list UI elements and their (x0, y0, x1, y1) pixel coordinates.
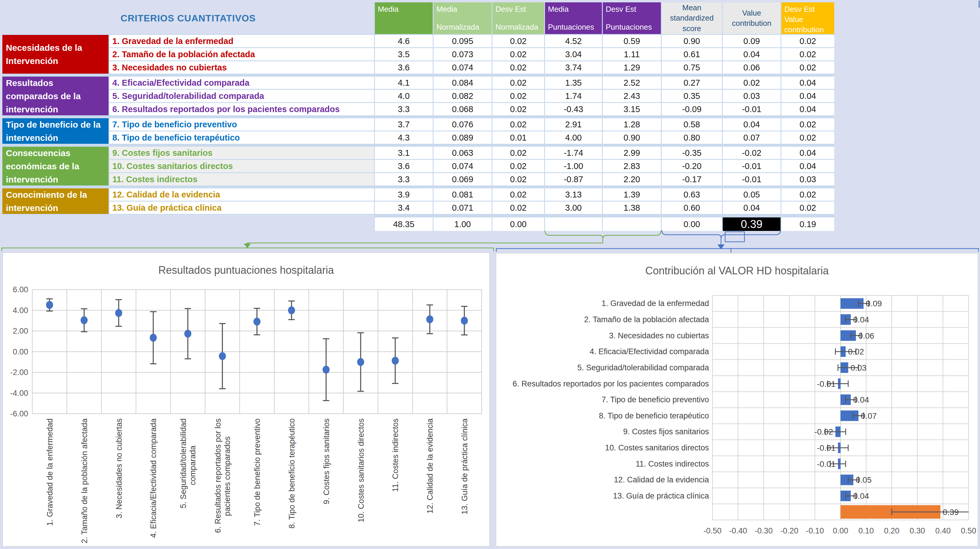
total-cell[interactable]: 0.19 (781, 217, 834, 231)
total-cell[interactable]: 0.00 (662, 217, 722, 231)
value-cell[interactable]: 1.35 (545, 76, 602, 89)
value-cell[interactable]: 0.02 (493, 147, 544, 159)
value-cell[interactable]: 4.00 (545, 132, 602, 144)
value-cell[interactable]: 3.6 (375, 61, 433, 74)
value-cell[interactable]: -0.35 (662, 147, 722, 159)
criterion-cell[interactable]: 4. Eficacia/Efectividad comparada (110, 76, 374, 89)
value-cell[interactable]: 0.04 (781, 147, 834, 159)
value-cell[interactable]: 4.6 (375, 35, 433, 47)
value-cell[interactable]: 0.58 (662, 118, 722, 130)
value-cell[interactable]: 0.27 (662, 76, 722, 89)
category-cell-3[interactable]: Tipo de beneficio de la intervención (2, 118, 108, 144)
value-cell[interactable]: 2.20 (603, 173, 661, 185)
value-cell[interactable]: 0.63 (662, 188, 722, 201)
value-cell[interactable]: 0.90 (662, 35, 722, 47)
value-cell[interactable]: 0.068 (434, 103, 492, 115)
column-header[interactable]: MediaNormalizada (434, 2, 492, 34)
value-cell[interactable]: 0.80 (662, 132, 722, 144)
value-cell[interactable]: 0.06 (723, 61, 781, 74)
value-cell[interactable]: 0.04 (723, 118, 781, 130)
category-cell-2[interactable]: Resultados comparados de la intervención (2, 76, 108, 115)
criterion-cell[interactable]: 9. Costes fijos sanitarios (110, 147, 374, 159)
value-cell[interactable]: -0.20 (662, 160, 722, 172)
value-cell[interactable]: 0.074 (434, 61, 492, 74)
value-cell[interactable]: 0.063 (434, 147, 492, 159)
value-cell[interactable]: 0.59 (603, 35, 661, 47)
value-cell[interactable]: -0.01 (723, 103, 781, 115)
value-cell[interactable]: 1.38 (603, 202, 661, 214)
value-cell[interactable]: 0.04 (723, 202, 781, 214)
value-cell[interactable]: 0.02 (781, 188, 834, 201)
value-cell[interactable]: 0.02 (493, 103, 544, 115)
value-cell[interactable]: -0.01 (723, 160, 781, 172)
column-header[interactable]: Desv EstValuecontribution (781, 2, 834, 34)
column-header[interactable]: Desv EstPuntuaciones (603, 2, 661, 34)
value-cell[interactable]: 0.02 (493, 90, 544, 102)
value-cell[interactable]: 0.04 (781, 160, 834, 172)
value-cell[interactable]: 0.02 (493, 118, 544, 130)
total-cell[interactable] (545, 217, 602, 231)
category-cell-5[interactable]: Conocimiento de la intervención (2, 188, 108, 214)
value-cell[interactable]: 0.071 (434, 202, 492, 214)
value-cell[interactable]: 1.11 (603, 48, 661, 60)
value-cell[interactable]: 2.52 (603, 76, 661, 89)
value-cell[interactable]: 0.02 (493, 160, 544, 172)
value-cell[interactable]: 0.02 (493, 188, 544, 201)
value-cell[interactable]: -0.87 (545, 173, 602, 185)
criterion-cell[interactable]: 3. Necesidades no cubiertas (110, 61, 374, 74)
criterion-cell[interactable]: 6. Resultados reportados por los pacient… (110, 103, 374, 115)
column-header[interactable]: Desv EstNormalizada (493, 2, 544, 34)
column-header[interactable]: MediaPuntuaciones (545, 2, 602, 34)
value-cell[interactable]: -0.43 (545, 103, 602, 115)
value-cell[interactable]: 0.095 (434, 35, 492, 47)
value-cell[interactable]: 0.069 (434, 173, 492, 185)
value-cell[interactable]: 0.074 (434, 160, 492, 172)
value-cell[interactable]: 0.04 (781, 90, 834, 102)
value-cell[interactable]: 0.60 (662, 202, 722, 214)
value-cell[interactable]: -0.02 (723, 147, 781, 159)
value-cell[interactable]: 0.02 (781, 202, 834, 214)
value-cell[interactable]: -0.01 (723, 173, 781, 185)
value-cell[interactable]: 2.91 (545, 118, 602, 130)
criterion-cell[interactable]: 5. Seguridad/tolerabilidad comparada (110, 90, 374, 102)
value-cell[interactable]: 0.02 (781, 132, 834, 144)
value-cell[interactable]: 3.00 (545, 202, 602, 214)
criterion-cell[interactable]: 10. Costes sanitarios directos (110, 160, 374, 172)
value-cell[interactable]: 0.02 (493, 61, 544, 74)
value-cell[interactable]: -0.09 (662, 103, 722, 115)
contribution-chart-panel[interactable]: Contribución al VALOR HD hospitalaria 0.… (496, 253, 978, 547)
criterion-cell[interactable]: 8. Tipo de beneficio terapéutico (110, 132, 374, 144)
value-cell[interactable]: 0.04 (781, 103, 834, 115)
value-cell[interactable]: 0.076 (434, 118, 492, 130)
contribution-bar-chart[interactable]: 0.090.040.060.020.03-0.010.040.07-0.02-0… (496, 253, 978, 546)
value-cell[interactable]: 3.4 (375, 202, 433, 214)
value-cell[interactable]: 3.7 (375, 118, 433, 130)
value-cell[interactable]: -1.00 (545, 160, 602, 172)
total-cell[interactable]: 48.35 (375, 217, 433, 231)
criterion-cell[interactable]: 1. Gravedad de la enfermedad (110, 35, 374, 47)
value-cell[interactable]: 4.3 (375, 132, 433, 144)
value-cell[interactable]: 2.83 (603, 160, 661, 172)
value-cell[interactable]: 0.02 (493, 202, 544, 214)
value-cell[interactable]: 0.02 (781, 61, 834, 74)
value-cell[interactable]: 4.52 (545, 35, 602, 47)
value-cell[interactable]: 3.6 (375, 160, 433, 172)
value-cell[interactable]: 0.081 (434, 188, 492, 201)
value-cell[interactable]: 0.07 (723, 132, 781, 144)
column-header[interactable]: Valuecontribution (723, 2, 781, 34)
value-cell[interactable]: 0.089 (434, 132, 492, 144)
value-cell[interactable]: 0.02 (723, 76, 781, 89)
value-cell[interactable]: 3.3 (375, 103, 433, 115)
value-cell[interactable]: 0.75 (662, 61, 722, 74)
value-cell[interactable]: 0.02 (493, 76, 544, 89)
value-cell[interactable]: 0.90 (603, 132, 661, 144)
value-cell[interactable]: 0.082 (434, 90, 492, 102)
category-cell-4[interactable]: Consecuencias económicas de la intervenc… (2, 147, 108, 185)
value-cell[interactable]: 3.04 (545, 48, 602, 60)
total-value-highlight[interactable]: 0.39 (723, 217, 781, 231)
value-cell[interactable]: 2.99 (603, 147, 661, 159)
value-cell[interactable]: 0.02 (493, 173, 544, 185)
value-cell[interactable]: 1.39 (603, 188, 661, 201)
value-cell[interactable]: 0.02 (781, 48, 834, 60)
criterion-cell[interactable]: 13. Guía de práctica clínica (110, 202, 374, 214)
